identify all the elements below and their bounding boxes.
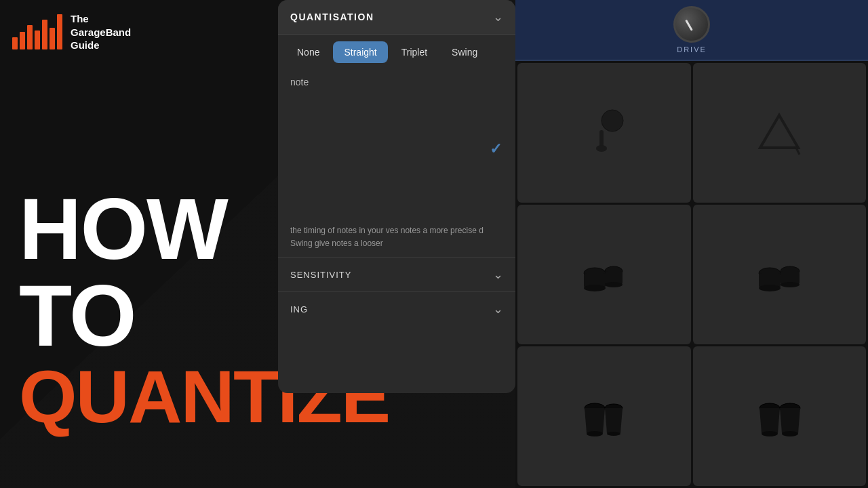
svg-point-15 [781,282,800,287]
sensitivity-chevron-icon: ⌄ [493,267,503,282]
quantisation-panel: QUANTISATION ⌄ None Straight Triplet Swi… [278,0,515,393]
logo-line2: GarageBand [71,26,131,39]
right-panel: DRIVE [515,0,868,488]
drive-section: DRIVE [515,0,868,61]
tab-straight[interactable]: Straight [333,41,387,63]
svg-point-17 [587,431,603,436]
tab-swing[interactable]: Swing [441,41,488,63]
svg-point-6 [584,285,606,291]
panel-chevron-icon[interactable]: ⌄ [493,9,503,24]
bar6 [50,28,55,49]
svg-point-23 [782,431,798,436]
triangle-instrument-icon [752,106,806,160]
congas-large-icon [752,389,806,443]
congas-small-icon [577,389,631,443]
left-panel: The GarageBand Guide HOW TO QUANTIZE QUA… [0,0,515,488]
svg-point-21 [762,431,778,436]
tab-none[interactable]: None [286,41,330,63]
svg-point-12 [759,285,781,291]
logo-area: The GarageBand Guide [12,12,131,52]
svg-point-9 [605,282,623,287]
pad-congas-small[interactable] [517,346,691,486]
bongos-medium-icon [752,247,806,302]
panel-title: QUANTISATION [290,12,374,22]
swing-chevron-icon: ⌄ [493,302,503,317]
description-text: the timing of notes in your ves notes a … [278,218,515,257]
maracas-icon [577,106,631,160]
drive-label: DRIVE [677,45,707,54]
svg-point-0 [601,110,623,131]
panel-header: QUANTISATION ⌄ [278,0,515,35]
tabs-row: None Straight Triplet Swing [278,35,515,70]
bar4 [35,30,40,49]
logo-line3: Guide [71,39,131,52]
drive-knob[interactable] [673,6,710,43]
logo-bars-icon [12,14,62,49]
pad-maracas[interactable] [517,63,691,203]
bar3 [27,25,33,49]
tab-triplet[interactable]: Triplet [391,41,438,63]
pad-triangle[interactable] [693,63,867,203]
logo-text: The GarageBand Guide [71,12,131,52]
drum-grid [515,61,868,488]
svg-point-19 [607,432,620,436]
pad-bongos-medium[interactable] [693,205,867,344]
bar1 [12,37,18,49]
swing-row[interactable]: ING ⌄ [278,291,515,326]
bongos-small-icon [577,247,631,302]
pad-congas-large[interactable] [693,346,867,486]
note-label: note [278,70,515,94]
bar5 [42,20,47,49]
bar7 [57,14,62,49]
sensitivity-label: SENSITIVITY [290,270,351,280]
logo-line1: The [71,12,131,26]
checkmark-area: ✓ [278,135,515,163]
checkmark-icon: ✓ [490,140,502,158]
pad-bongos-small[interactable] [517,205,691,344]
svg-point-2 [596,145,607,152]
swing-label: ING [290,304,308,314]
sensitivity-row[interactable]: SENSITIVITY ⌄ [278,257,515,291]
drive-knob-area: DRIVE [673,6,710,54]
bar2 [20,32,25,49]
